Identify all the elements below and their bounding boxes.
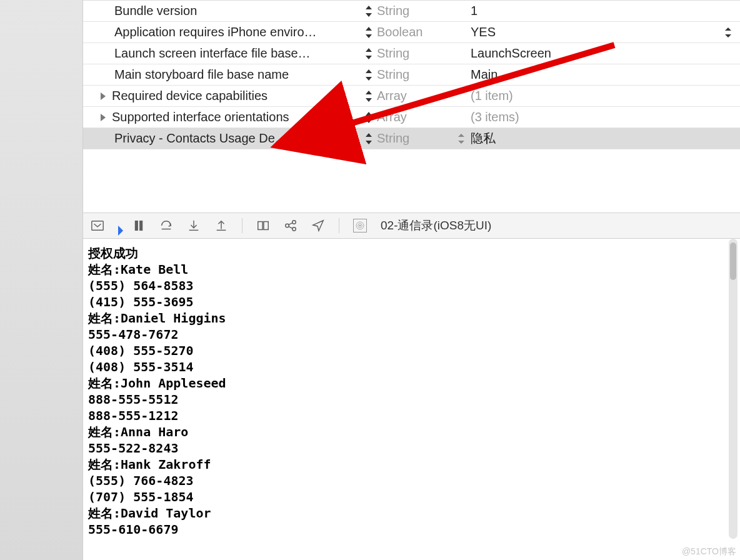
svg-rect-2 <box>136 221 138 231</box>
scheme-target-label[interactable]: 02-通信录(iOS8无UI) <box>381 218 491 234</box>
plist-value[interactable]: (3 items) <box>471 110 740 124</box>
plist-type[interactable]: String <box>377 4 471 18</box>
debug-toolbar: 02-通信录(iOS8无UI) <box>83 212 740 239</box>
toolbar-separator <box>339 218 339 233</box>
plist-value-label: (3 items) <box>471 110 519 124</box>
console-output: 授权成功 姓名:Kate Bell (555) 564-8583 (415) 5… <box>88 245 721 538</box>
key-stepper-icon[interactable] <box>364 69 373 81</box>
svg-point-12 <box>292 221 296 224</box>
console-scrollbar[interactable] <box>729 239 738 539</box>
type-stepper-icon[interactable] <box>457 132 466 145</box>
plist-type-label: String <box>377 4 409 18</box>
plist-value[interactable]: Main <box>471 68 740 82</box>
scheme-target-icon[interactable] <box>353 219 367 232</box>
plist-key[interactable]: Launch screen interface file base… <box>83 46 377 61</box>
plist-key-label: Required device capabilities <box>112 89 268 103</box>
plist-value-label: YES <box>471 25 496 39</box>
plist-editor[interactable]: Bundle versionString1Application require… <box>83 0 740 212</box>
disclosure-triangle-icon[interactable] <box>101 114 106 121</box>
svg-rect-1 <box>92 221 103 231</box>
console-toggle-icon[interactable] <box>91 219 104 232</box>
plist-row[interactable]: Supported interface orientationsArray(3 … <box>83 107 740 128</box>
svg-point-18 <box>359 225 361 226</box>
plist-type[interactable]: String <box>377 46 471 61</box>
plist-type[interactable]: Array <box>377 89 471 103</box>
plist-key-label: Main storyboard file base name <box>114 68 289 82</box>
plist-row[interactable]: Launch screen interface file base…String… <box>83 43 740 64</box>
step-over-icon[interactable] <box>159 219 173 232</box>
key-stepper-icon[interactable] <box>364 91 373 102</box>
scrollbar-thumb[interactable] <box>730 242 736 280</box>
plist-key[interactable]: Privacy - Contacts Usage De… <box>83 131 377 146</box>
plist-row[interactable]: Application requires iPhone enviro…Boole… <box>83 22 740 43</box>
plist-row[interactable]: Bundle versionString1 <box>83 1 740 22</box>
plist-type[interactable]: String <box>377 131 471 146</box>
plist-type-label: String <box>377 131 409 145</box>
plist-value-label: 隐私 <box>471 131 496 145</box>
plist-type[interactable]: Array <box>377 110 471 124</box>
plist-key[interactable]: Main storyboard file base name <box>83 68 377 82</box>
plist-key-label: Supported interface orientations <box>112 110 289 124</box>
plist-value-label: LaunchScreen <box>471 46 551 60</box>
view-debugger-icon[interactable] <box>256 219 270 232</box>
plist-key[interactable]: Required device capabilities <box>83 89 377 103</box>
key-stepper-icon[interactable] <box>364 6 373 17</box>
plist-type-label: String <box>377 68 409 81</box>
plist-key[interactable]: Bundle version <box>83 4 377 18</box>
key-stepper-icon[interactable] <box>364 48 373 59</box>
step-into-icon[interactable] <box>187 219 201 232</box>
svg-point-13 <box>292 228 296 231</box>
memory-graph-icon[interactable] <box>284 219 298 232</box>
watermark: @51CTO博客 <box>682 546 736 558</box>
plist-type-label: Boolean <box>377 25 422 39</box>
plist-type[interactable]: Boolean <box>377 25 471 39</box>
svg-point-11 <box>286 224 289 228</box>
plist-value[interactable]: YES <box>471 25 740 39</box>
plist-type-label: Array <box>377 110 407 124</box>
plist-value[interactable]: 1 <box>471 4 740 18</box>
plist-value-label: (1 item) <box>471 89 513 102</box>
plist-key-label: Launch screen interface file base… <box>114 46 311 61</box>
debug-console[interactable]: 授权成功 姓名:Kate Bell (555) 564-8583 (415) 5… <box>83 239 726 560</box>
disclosure-triangle-icon[interactable] <box>101 92 106 100</box>
plist-key-label: Bundle version <box>114 4 197 18</box>
plist-row[interactable]: Required device capabilitiesArray(1 item… <box>83 86 740 107</box>
pause-icon[interactable] <box>132 219 146 232</box>
plist-type-label: Array <box>377 89 407 102</box>
plist-key-label: Privacy - Contacts Usage De… <box>114 131 288 146</box>
plist-value-label: Main <box>471 68 498 81</box>
left-gutter <box>0 0 83 560</box>
plist-key[interactable]: Supported interface orientations <box>83 110 377 124</box>
key-stepper-icon[interactable] <box>364 112 373 123</box>
plist-type-label: String <box>377 46 409 60</box>
plist-key[interactable]: Application requires iPhone enviro… <box>83 25 377 39</box>
value-stepper-icon[interactable] <box>724 26 732 39</box>
svg-rect-9 <box>258 222 262 230</box>
key-stepper-icon[interactable] <box>364 133 373 144</box>
step-out-icon[interactable] <box>214 219 228 232</box>
svg-rect-3 <box>140 221 142 231</box>
key-stepper-icon[interactable] <box>364 27 373 38</box>
xcode-window: Bundle versionString1Application require… <box>0 0 740 560</box>
plist-type[interactable]: String <box>377 68 471 82</box>
plist-value-label: 1 <box>471 4 478 18</box>
svg-rect-10 <box>264 222 268 230</box>
svg-line-15 <box>289 226 292 228</box>
plist-value[interactable]: LaunchScreen <box>471 46 740 61</box>
svg-line-14 <box>289 222 292 224</box>
plist-row[interactable]: Main storyboard file base nameStringMain <box>83 64 740 86</box>
location-icon[interactable] <box>311 219 325 232</box>
plist-value[interactable]: 隐私 <box>471 130 740 147</box>
plist-key-label: Application requires iPhone enviro… <box>114 25 317 39</box>
toolbar-separator <box>242 218 242 233</box>
plist-value[interactable]: (1 item) <box>471 89 740 103</box>
plist-row[interactable]: Privacy - Contacts Usage De…String隐私 <box>83 128 740 149</box>
